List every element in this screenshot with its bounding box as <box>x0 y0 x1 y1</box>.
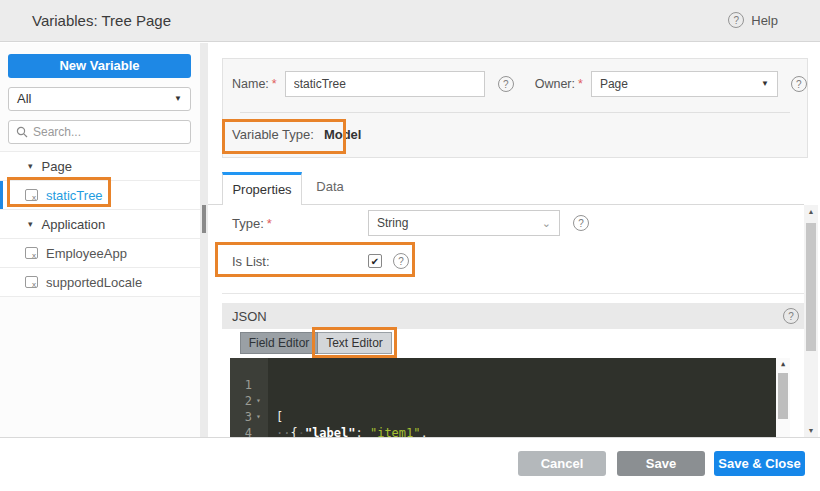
name-input[interactable] <box>285 71 485 97</box>
type-help-icon[interactable]: ? <box>573 215 589 231</box>
type-select[interactable]: String ⌄ <box>368 210 560 236</box>
owner-select[interactable]: Page ▼ <box>591 71 778 97</box>
info-divider <box>240 112 790 113</box>
check-icon: ✔ <box>371 256 379 267</box>
save-button[interactable]: Save <box>617 451 705 476</box>
triangle-down-icon: ▾ <box>28 219 33 229</box>
tree-item-label: staticTree <box>46 188 103 203</box>
dialog-title: Variables: Tree Page <box>32 0 171 42</box>
tree-item-statictree[interactable]: x staticTree <box>0 181 200 210</box>
panel-scrollbar[interactable]: ▲ ▼ <box>804 205 818 437</box>
caret-down-icon: ▼ <box>174 88 182 110</box>
editor-mode-toggle: Field Editor Text Editor <box>240 332 392 354</box>
json-help-icon[interactable]: ? <box>783 308 799 324</box>
tree-item-employeeapp[interactable]: x EmployeeApp <box>0 239 200 268</box>
cancel-button[interactable]: Cancel <box>518 451 606 476</box>
code-line: 4 ····"icon": "fa fa-align-left" <box>230 409 790 425</box>
help-button[interactable]: ? Help <box>728 12 778 28</box>
properties-data-tabs: Properties Data <box>208 172 804 205</box>
tree-item-label: supportedLocale <box>46 275 142 290</box>
text-editor-button[interactable]: Text Editor <box>318 332 392 354</box>
json-section-header: JSON ? <box>222 303 808 329</box>
dialog-header: Variables: Tree Page ? Help <box>0 0 820 42</box>
tree-group-label: Page <box>42 159 72 174</box>
search-box <box>8 120 191 144</box>
help-label: Help <box>751 13 778 28</box>
code-line: 2 ▾ ··{ <box>230 377 790 393</box>
variables-dialog: Variables: Tree Page ? Help New Variable… <box>0 0 820 491</box>
tree-group-application[interactable]: ▾ Application <box>0 210 200 239</box>
name-label: Name: <box>232 77 269 91</box>
panel-scrollbar-thumb[interactable] <box>806 223 816 351</box>
is-list-help-icon[interactable]: ? <box>393 253 409 269</box>
search-icon <box>16 126 28 138</box>
search-input[interactable] <box>33 125 183 139</box>
code-line: 1 ▾ [ <box>230 361 790 377</box>
type-value: String <box>377 216 408 230</box>
scroll-up-icon[interactable]: ▲ <box>776 360 790 368</box>
editor-scrollbar-thumb[interactable] <box>778 373 788 419</box>
owner-help-icon[interactable]: ? <box>791 76 807 92</box>
owner-value: Page <box>600 77 628 91</box>
dialog-footer: Cancel Save Save & Close <box>0 437 820 491</box>
is-list-row: Is List: ✔ ? <box>232 248 409 274</box>
name-help-icon[interactable]: ? <box>498 76 514 92</box>
required-marker: * <box>578 77 583 91</box>
variable-icon: x <box>25 247 38 259</box>
type-row: Type:* String ⌄ ? <box>232 210 589 236</box>
help-circle-icon: ? <box>728 12 744 28</box>
scroll-up-icon[interactable]: ▲ <box>804 208 818 215</box>
tree-group-label: Application <box>42 217 106 232</box>
json-section-title: JSON <box>232 309 267 324</box>
tree-item-label: EmployeeApp <box>46 246 127 261</box>
sidebar-scrollbar-thumb[interactable] <box>202 205 206 233</box>
sidebar-divider <box>200 43 208 437</box>
chevron-down-icon: ⌄ <box>542 211 551 235</box>
section-divider <box>222 293 804 294</box>
triangle-down-icon: ▾ <box>28 161 33 171</box>
is-list-checkbox[interactable]: ✔ <box>368 254 382 268</box>
type-label: Type:* <box>232 216 368 231</box>
tree-group-page[interactable]: ▾ Page <box>0 152 200 181</box>
variable-type-label: Variable Type: <box>232 127 314 142</box>
save-and-close-button[interactable]: Save & Close <box>714 451 805 476</box>
required-marker: * <box>272 77 277 91</box>
variable-icon: x <box>25 189 38 201</box>
variable-type-value: Model <box>324 127 362 142</box>
json-code-editor[interactable]: 1 ▾ [ 2 ▾ ··{ 3 ····"label": "item1", 4 … <box>230 358 790 437</box>
required-marker: * <box>267 216 272 231</box>
name-owner-row: Name: * ? Owner: * Page ▼ ? <box>232 71 807 97</box>
variable-filter-select[interactable]: All ▼ <box>8 87 191 111</box>
selected-indicator-bar <box>0 181 3 209</box>
owner-label: Owner: <box>535 77 575 91</box>
tree-item-supportedlocale[interactable]: x supportedLocale <box>0 268 200 297</box>
is-list-label: Is List: <box>232 254 368 269</box>
caret-down-icon: ▼ <box>761 72 769 96</box>
variable-filter-value: All <box>17 91 31 106</box>
tab-data[interactable]: Data <box>302 172 358 205</box>
new-variable-button[interactable]: New Variable <box>8 54 191 78</box>
code-line: 3 ····"label": "item1", <box>230 393 790 409</box>
tab-properties[interactable]: Properties <box>222 172 302 205</box>
variables-sidebar: New Variable All ▼ ▾ Page x staticTree ▾… <box>0 43 200 437</box>
variable-icon: x <box>25 276 38 288</box>
variable-tree: ▾ Page x staticTree ▾ Application x Empl… <box>0 151 200 297</box>
code-line: 5 ··} <box>230 425 790 437</box>
field-editor-button[interactable]: Field Editor <box>240 332 318 354</box>
scroll-down-icon[interactable]: ▼ <box>804 427 818 434</box>
editor-scrollbar[interactable]: ▲ <box>776 358 790 437</box>
variable-type-row: Variable Type: Model <box>232 127 361 142</box>
